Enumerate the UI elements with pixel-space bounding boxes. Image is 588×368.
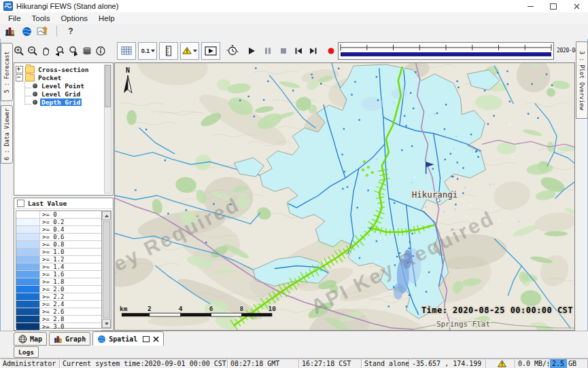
animation-export-button[interactable] [201, 42, 220, 60]
logs-button[interactable]: Logs [14, 346, 39, 358]
grid-icon [121, 46, 132, 55]
restore-panel-icon[interactable] [143, 336, 150, 342]
folder-icon [25, 74, 35, 81]
tree-item-label-selected: Depth Grid [40, 98, 82, 106]
north-label: N [126, 67, 130, 74]
status-transfer-rate: 0.0 MB/s [515, 358, 549, 368]
left-tab-strip: 5 : Forecast 6 : Data Viewer [0, 39, 14, 335]
tab-map[interactable]: Map [14, 332, 47, 346]
minimize-button[interactable] [519, 0, 542, 12]
tree-scrollbar-thumb[interactable] [105, 65, 111, 107]
legend-row: >= 2.4 [16, 301, 101, 308]
status-warning-cell[interactable] [486, 358, 515, 368]
pan-button[interactable] [41, 45, 52, 57]
layers-button[interactable] [82, 45, 92, 57]
legend-header: Last Value [14, 198, 113, 209]
ruler-button[interactable] [159, 42, 178, 60]
toolbar-separator [56, 26, 57, 37]
status-local-time: 16:27:18 CST [299, 358, 362, 368]
scale-tick-label: 4 [179, 305, 183, 312]
scale-tick-label: 2 [148, 305, 152, 312]
tree-connector [24, 89, 31, 96]
menu-file[interactable]: File [3, 12, 27, 24]
legend-row-label: >= 1.4 [40, 263, 101, 270]
record-icon [327, 47, 335, 55]
tab-forecast[interactable]: 5 : Forecast [1, 43, 13, 101]
tree-scrollbar[interactable] [104, 65, 111, 194]
timeline-selection-bar[interactable] [341, 52, 551, 56]
legend-row-label: >= 1.6 [40, 271, 101, 278]
tab-spatial[interactable]: Spatial [92, 331, 164, 346]
legend-row: >= 2.8 [16, 316, 101, 323]
legend-color-swatch [16, 293, 40, 300]
legend-row-label: >= 3.0 [40, 323, 101, 330]
wire-globe-icon [18, 335, 27, 344]
menu-help[interactable]: Help [93, 12, 120, 24]
tab-graph[interactable]: Graph [49, 332, 90, 346]
legend-scrollbar[interactable] [101, 211, 111, 328]
legend-row-label: >= 2.0 [40, 286, 101, 293]
legend-color-swatch [16, 219, 40, 225]
stop-button[interactable] [279, 45, 288, 57]
zoom-in-button[interactable] [14, 45, 24, 57]
last-frame-button[interactable] [309, 45, 318, 57]
zoom-next-button[interactable] [68, 45, 79, 57]
legend-color-swatch [16, 263, 40, 270]
scale-threshold-dropdown[interactable]: 0.1 [138, 42, 157, 60]
expand-icon[interactable] [16, 66, 23, 73]
menu-options[interactable]: Options [55, 12, 93, 24]
movie-play-icon [205, 46, 217, 56]
skip-to-start-icon [294, 46, 303, 56]
menu-tools[interactable]: Tools [27, 12, 56, 24]
legend-row-label: >= 2.6 [40, 308, 101, 315]
legend-row-label: >= 0.8 [40, 241, 101, 248]
legend-scrollbar-thumb[interactable] [103, 221, 110, 318]
help-button[interactable]: ? [61, 25, 80, 37]
legend-row-label: >= 0.4 [40, 226, 101, 233]
map-display-button[interactable] [20, 25, 33, 37]
scroll-up-button[interactable] [102, 211, 111, 220]
legend-color-swatch [16, 316, 40, 323]
maximize-button[interactable] [542, 0, 565, 12]
timeseries-dialog-button[interactable] [36, 25, 50, 37]
scroll-down-button[interactable] [102, 319, 111, 328]
zoom-out-button[interactable] [27, 45, 38, 57]
tab-plot-overview[interactable]: 3 : Plot Overview [576, 41, 588, 119]
timeline-slider[interactable] [338, 42, 554, 60]
close-button[interactable] [565, 0, 588, 12]
hand-icon [41, 45, 52, 56]
close-tab-icon[interactable] [153, 336, 159, 342]
legend-row-label: >= 1.8 [40, 278, 101, 285]
zoom-previous-button[interactable] [54, 45, 65, 57]
town-label: Hikurangi [412, 189, 457, 200]
tab-data-viewer[interactable]: 6 : Data Viewer [1, 105, 13, 164]
grid-display-button[interactable] [117, 42, 136, 60]
last-value-checkbox[interactable] [17, 200, 24, 207]
legend-color-swatch [16, 226, 40, 233]
tree-item-pocket[interactable]: Pocket [16, 73, 111, 81]
legend-color-swatch [16, 323, 40, 330]
legend-row: >= 1.2 [16, 256, 101, 263]
time-navigator-button[interactable] [226, 45, 239, 57]
database-status-button[interactable] [3, 25, 17, 37]
legend-color-swatch [16, 301, 40, 308]
status-system-time: Current system time:2020-09-01 00:00 CST [60, 358, 228, 368]
tree-item-depth-grid[interactable]: Depth Grid [16, 98, 111, 106]
main-toolbar: ? [0, 24, 588, 39]
warning-dropdown[interactable] [180, 42, 199, 60]
first-frame-button[interactable] [294, 45, 303, 57]
info-button[interactable] [95, 45, 106, 57]
record-button[interactable] [327, 45, 335, 57]
play-button[interactable] [247, 45, 256, 57]
window-title: Hikurangi FEWS (Stand alone) [16, 2, 118, 10]
map-viewport[interactable]: API Key Required API Key Required Hikura… [114, 62, 575, 331]
tree-connector [24, 81, 31, 88]
collapse-icon[interactable] [16, 74, 23, 81]
pause-button[interactable] [263, 45, 273, 57]
tree-item-label: Cross-section [37, 66, 90, 73]
timeseries-chart-icon [37, 26, 49, 37]
scale-unit-label: km [120, 305, 128, 312]
legend-row: >= 1.6 [16, 271, 101, 278]
status-bar: Administrator Current system time:2020-0… [0, 358, 588, 368]
bottom-tab-bar: Map Graph Spatial [0, 331, 588, 346]
